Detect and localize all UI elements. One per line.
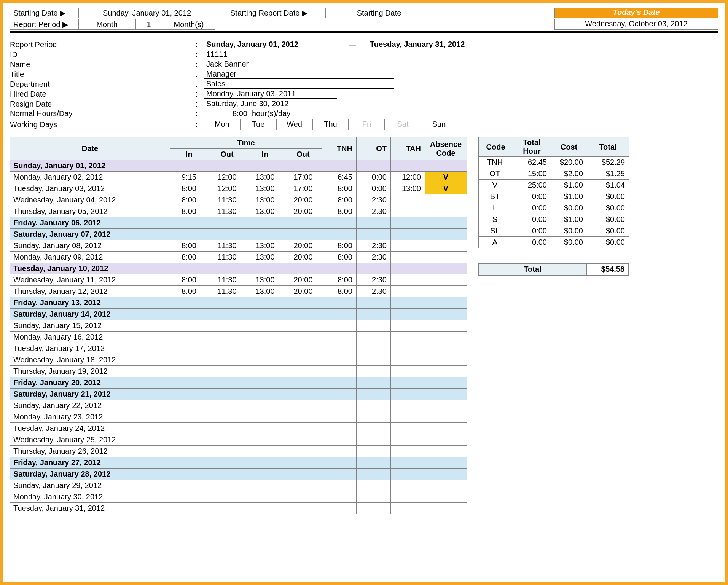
report-period-count[interactable]: 1: [135, 19, 162, 30]
timesheet-cell[interactable]: [170, 160, 208, 172]
timesheet-cell[interactable]: [357, 469, 391, 480]
timesheet-cell[interactable]: [357, 400, 391, 411]
timesheet-cell[interactable]: 11:30: [208, 252, 246, 263]
timesheet-cell[interactable]: Thursday, January 26, 2012: [10, 446, 170, 457]
timesheet-cell[interactable]: [284, 491, 322, 503]
timesheet-cell[interactable]: [322, 423, 357, 434]
timesheet-cell[interactable]: 2:30: [357, 286, 391, 297]
timesheet-cell[interactable]: [425, 423, 467, 434]
timesheet-cell[interactable]: [391, 503, 425, 514]
timesheet-cell[interactable]: [170, 229, 208, 240]
timesheet-cell[interactable]: [425, 503, 467, 514]
timesheet-cell[interactable]: [246, 229, 284, 240]
timesheet-cell[interactable]: 6:45: [322, 172, 357, 183]
timesheet-cell[interactable]: [246, 457, 284, 469]
timesheet-cell[interactable]: 2:30: [357, 252, 391, 263]
timesheet-cell[interactable]: [246, 491, 284, 503]
timesheet-cell[interactable]: 0:00: [357, 172, 391, 183]
timesheet-cell[interactable]: 8:00: [170, 206, 208, 217]
timesheet-cell[interactable]: [246, 446, 284, 457]
timesheet-cell[interactable]: 20:00: [284, 240, 322, 252]
timesheet-cell[interactable]: [357, 160, 391, 172]
timesheet-cell[interactable]: [322, 446, 357, 457]
timesheet-cell[interactable]: [391, 160, 425, 172]
timesheet-cell[interactable]: [208, 366, 246, 377]
timesheet-cell[interactable]: 20:00: [284, 274, 322, 286]
timesheet-cell[interactable]: 2:30: [357, 240, 391, 252]
timesheet-cell[interactable]: Friday, January 06, 2012: [10, 217, 170, 229]
timesheet-cell[interactable]: 13:00: [246, 252, 284, 263]
timesheet-cell[interactable]: V: [425, 183, 467, 194]
timesheet-cell[interactable]: [391, 240, 425, 252]
timesheet-cell[interactable]: 2:30: [357, 274, 391, 286]
timesheet-cell[interactable]: [208, 229, 246, 240]
timesheet-cell[interactable]: 0:00: [357, 183, 391, 194]
timesheet-cell[interactable]: [284, 469, 322, 480]
timesheet-cell[interactable]: [425, 411, 467, 423]
timesheet-cell[interactable]: [357, 480, 391, 491]
timesheet-cell[interactable]: [246, 217, 284, 229]
timesheet-cell[interactable]: Friday, January 20, 2012: [10, 377, 170, 389]
timesheet-cell[interactable]: Monday, January 02, 2012: [10, 172, 170, 183]
timesheet-cell[interactable]: [170, 480, 208, 491]
timesheet-cell[interactable]: [391, 446, 425, 457]
timesheet-cell[interactable]: [357, 297, 391, 309]
timesheet-cell[interactable]: 11:30: [208, 194, 246, 206]
timesheet-cell[interactable]: [357, 309, 391, 320]
timesheet-cell[interactable]: [208, 217, 246, 229]
timesheet-cell[interactable]: [284, 480, 322, 491]
timesheet-cell[interactable]: [322, 480, 357, 491]
timesheet-cell[interactable]: [357, 503, 391, 514]
timesheet-cell[interactable]: 8:00: [322, 252, 357, 263]
timesheet-cell[interactable]: [284, 446, 322, 457]
timesheet-cell[interactable]: 20:00: [284, 194, 322, 206]
timesheet-cell[interactable]: Thursday, January 12, 2012: [10, 286, 170, 297]
timesheet-cell[interactable]: [425, 446, 467, 457]
timesheet-cell[interactable]: [208, 320, 246, 332]
timesheet-cell[interactable]: 8:00: [170, 194, 208, 206]
timesheet-cell[interactable]: [170, 366, 208, 377]
timesheet-cell[interactable]: [170, 217, 208, 229]
timesheet-cell[interactable]: [208, 491, 246, 503]
timesheet-cell[interactable]: [357, 377, 391, 389]
timesheet-cell[interactable]: [246, 469, 284, 480]
timesheet-cell[interactable]: [208, 480, 246, 491]
timesheet-cell[interactable]: V: [425, 172, 467, 183]
timesheet-cell[interactable]: [357, 332, 391, 343]
timesheet-cell[interactable]: [246, 400, 284, 411]
timesheet-cell[interactable]: 8:00: [322, 286, 357, 297]
timesheet-cell[interactable]: 8:00: [322, 274, 357, 286]
timesheet-cell[interactable]: [170, 320, 208, 332]
timesheet-cell[interactable]: [208, 263, 246, 274]
timesheet-cell[interactable]: Sunday, January 15, 2012: [10, 320, 170, 332]
timesheet-cell[interactable]: [322, 332, 357, 343]
timesheet-cell[interactable]: [391, 274, 425, 286]
timesheet-cell[interactable]: 11:30: [208, 274, 246, 286]
timesheet-cell[interactable]: [425, 252, 467, 263]
timesheet-cell[interactable]: [425, 274, 467, 286]
timesheet-cell[interactable]: [208, 411, 246, 423]
timesheet-cell[interactable]: [425, 229, 467, 240]
timesheet-cell[interactable]: [322, 354, 357, 366]
timesheet-cell[interactable]: [208, 434, 246, 446]
timesheet-cell[interactable]: [284, 389, 322, 400]
timesheet-cell[interactable]: [170, 263, 208, 274]
timesheet-cell[interactable]: [391, 263, 425, 274]
timesheet-cell[interactable]: Sunday, January 22, 2012: [10, 400, 170, 411]
timesheet-cell[interactable]: [208, 423, 246, 434]
timesheet-cell[interactable]: [391, 217, 425, 229]
timesheet-cell[interactable]: [357, 229, 391, 240]
timesheet-cell[interactable]: [246, 160, 284, 172]
timesheet-cell[interactable]: [322, 503, 357, 514]
timesheet-cell[interactable]: Monday, January 09, 2012: [10, 252, 170, 263]
timesheet-cell[interactable]: Friday, January 27, 2012: [10, 457, 170, 469]
timesheet-cell[interactable]: Sunday, January 01, 2012: [10, 160, 170, 172]
timesheet-cell[interactable]: [208, 389, 246, 400]
timesheet-cell[interactable]: 17:00: [284, 183, 322, 194]
timesheet-cell[interactable]: Saturday, January 14, 2012: [10, 309, 170, 320]
timesheet-cell[interactable]: [246, 354, 284, 366]
timesheet-cell[interactable]: 13:00: [246, 206, 284, 217]
timesheet-cell[interactable]: [284, 263, 322, 274]
timesheet-cell[interactable]: 2:30: [357, 206, 391, 217]
timesheet-cell[interactable]: [170, 343, 208, 354]
